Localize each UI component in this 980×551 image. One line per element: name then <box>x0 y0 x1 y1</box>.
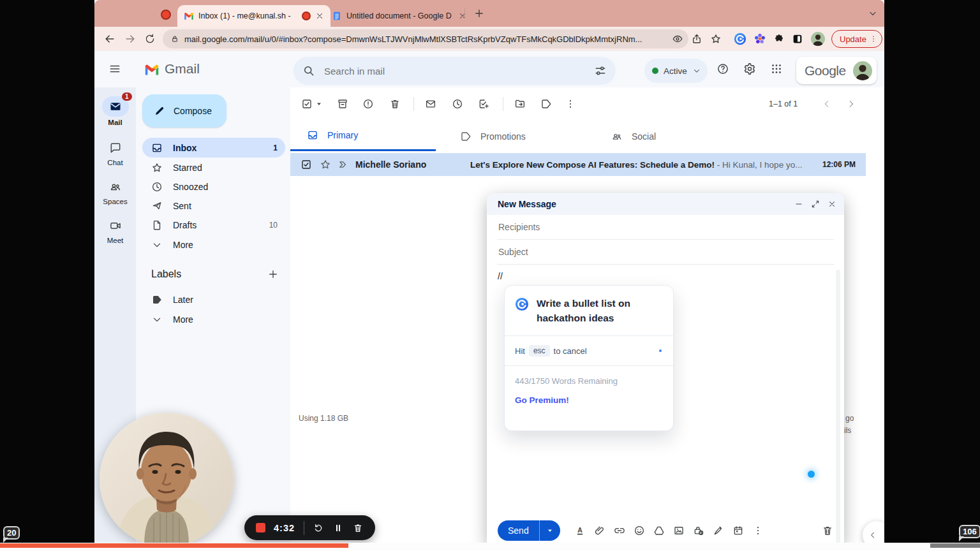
search-options-icon[interactable] <box>594 64 607 77</box>
browser-tab-docs[interactable]: Untitled document - Google D <box>325 5 473 27</box>
sidebar-item-drafts[interactable]: Drafts 10 <box>142 215 285 235</box>
send-split-button[interactable]: Send <box>498 520 560 541</box>
rail-item-meet[interactable]: Meet <box>94 219 136 244</box>
browser-tab-gmail[interactable]: Inbox (1) - me@kunal.sh - <box>177 5 330 27</box>
sidebar-item-snoozed[interactable]: Snoozed <box>142 177 285 196</box>
account-avatar[interactable] <box>853 61 872 80</box>
counter-badge-left[interactable]: 20 <box>3 526 20 540</box>
apps-grid-icon[interactable] <box>770 62 783 75</box>
rail-item-mail[interactable]: 1 Mail <box>94 96 136 126</box>
restart-recording-icon[interactable] <box>313 523 323 533</box>
add-to-tasks-icon[interactable] <box>478 98 489 110</box>
rail-item-spaces[interactable]: Spaces <box>94 180 136 205</box>
labels-icon[interactable] <box>540 98 552 110</box>
rail-item-chat[interactable]: Chat <box>94 142 136 166</box>
words-remaining: 443/1750 Words Remaining <box>515 376 663 386</box>
calendar-icon[interactable] <box>732 525 744 536</box>
minimize-icon[interactable] <box>794 200 803 209</box>
webcam-bubble[interactable] <box>100 413 234 547</box>
move-to-icon[interactable] <box>514 98 526 110</box>
star-icon[interactable] <box>320 159 331 170</box>
tab-promotions[interactable]: Promotions <box>443 121 581 151</box>
insert-image-icon[interactable] <box>673 525 685 536</box>
sidebar-label-more[interactable]: More <box>142 309 285 329</box>
signature-pen-icon[interactable] <box>713 525 724 536</box>
snooze-icon[interactable] <box>452 98 463 110</box>
labels-header-row: Labels <box>151 268 279 280</box>
stop-recording-button[interactable] <box>256 523 265 533</box>
select-dropdown-icon[interactable] <box>315 99 323 108</box>
email-row[interactable]: Michelle Soriano Let's Explore New Compo… <box>290 153 866 176</box>
older-page-icon[interactable] <box>846 99 856 109</box>
status-selector[interactable]: Active <box>644 59 708 83</box>
more-options-icon[interactable] <box>565 98 576 110</box>
forward-icon[interactable] <box>124 33 137 45</box>
search-bar[interactable] <box>293 57 616 85</box>
reading-mode-icon[interactable] <box>672 33 683 45</box>
subject-field[interactable] <box>497 240 834 265</box>
subject-input[interactable] <box>497 246 834 258</box>
close-icon[interactable] <box>828 200 836 209</box>
address-bar[interactable]: mail.google.com/mail/u/0/#inbox?compose=… <box>163 29 688 48</box>
tab-close-icon[interactable] <box>315 11 324 20</box>
newer-page-icon[interactable] <box>822 99 832 109</box>
reload-icon[interactable] <box>144 33 156 45</box>
tab-search-chevron-icon[interactable] <box>868 8 878 18</box>
new-tab-button[interactable] <box>473 8 485 19</box>
update-button[interactable]: Update <box>831 30 882 48</box>
tab-primary[interactable]: Primary <box>290 121 436 151</box>
add-label-icon[interactable] <box>267 268 279 280</box>
google-account-pill[interactable]: Google <box>796 57 877 84</box>
archive-icon[interactable] <box>337 98 348 110</box>
select-all-checkbox[interactable] <box>301 98 313 110</box>
bookmark-star-icon[interactable] <box>710 33 722 45</box>
tab-social[interactable]: Social <box>595 121 732 151</box>
recipients-field[interactable] <box>497 215 834 240</box>
insert-drive-icon[interactable] <box>653 525 665 536</box>
compose-body[interactable]: // <box>487 265 844 281</box>
side-panel-icon[interactable] <box>792 33 803 45</box>
importance-marker-icon[interactable] <box>338 159 349 170</box>
settings-gear-icon[interactable] <box>743 62 756 75</box>
update-menu-icon[interactable] <box>869 34 878 43</box>
go-premium-link[interactable]: Go Premium! <box>515 395 663 405</box>
discard-draft-icon[interactable] <box>822 525 833 536</box>
insert-emoji-icon[interactable] <box>634 525 645 536</box>
pause-recording-icon[interactable] <box>333 523 343 533</box>
pop-out-icon[interactable] <box>811 200 820 209</box>
share-icon[interactable] <box>691 33 702 45</box>
compose-scrollbar[interactable] <box>836 270 840 544</box>
sidebar-item-more[interactable]: More <box>142 235 285 254</box>
sidebar-label-later[interactable]: Later <box>142 290 285 309</box>
hamburger-menu-icon[interactable] <box>108 62 121 75</box>
browser-profile-avatar[interactable] <box>811 32 825 46</box>
extensions-puzzle-icon[interactable] <box>773 33 785 45</box>
ai-prompt-row[interactable]: Write a bullet list on hackathon ideas <box>505 286 673 335</box>
pinwheel-extension-icon[interactable] <box>754 33 766 45</box>
sidebar-item-starred[interactable]: Starred <box>142 158 285 177</box>
send-button[interactable]: Send <box>498 520 540 541</box>
report-spam-icon[interactable] <box>362 98 374 110</box>
sidebar-item-sent[interactable]: Sent <box>142 196 285 216</box>
attach-file-icon[interactable] <box>594 525 605 536</box>
search-input[interactable] <box>323 65 586 77</box>
mark-unread-icon[interactable] <box>425 98 436 110</box>
compose-header[interactable]: New Message <box>487 193 844 215</box>
search-icon[interactable] <box>302 64 315 77</box>
help-icon[interactable] <box>716 62 729 75</box>
formatting-icon[interactable]: A <box>574 525 586 536</box>
recipients-input[interactable] <box>497 221 834 233</box>
counter-badge-right[interactable]: 106 <box>959 525 980 538</box>
email-checkbox[interactable] <box>301 159 312 170</box>
tab-close-icon[interactable] <box>458 11 467 20</box>
delete-recording-icon[interactable] <box>353 523 363 533</box>
compose-ai-extension-icon[interactable] <box>734 33 746 45</box>
confidential-mode-icon[interactable] <box>693 525 704 536</box>
back-icon[interactable] <box>103 33 116 45</box>
more-options-icon[interactable] <box>752 525 764 536</box>
insert-link-icon[interactable] <box>614 525 625 536</box>
send-options-icon[interactable] <box>540 520 560 541</box>
sidebar-item-inbox[interactable]: Inbox 1 <box>142 138 285 158</box>
compose-button[interactable]: Compose <box>142 94 226 128</box>
delete-icon[interactable] <box>389 98 401 110</box>
